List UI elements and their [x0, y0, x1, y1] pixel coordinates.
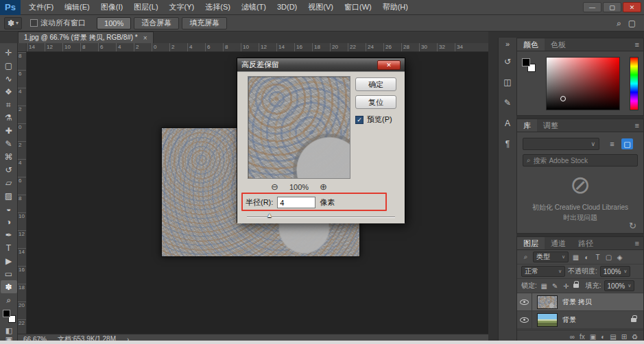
radius-slider-thumb[interactable]: ▲: [266, 211, 273, 219]
dialog-close-button[interactable]: ✕: [377, 60, 401, 70]
spot-healing-brush-tool[interactable]: ✚: [1, 124, 17, 137]
close-button[interactable]: ✕: [623, 2, 641, 12]
color-field-marker[interactable]: [560, 96, 566, 101]
menu-help[interactable]: 帮助(H): [377, 0, 414, 14]
zoom-tool[interactable]: ⌕: [1, 293, 17, 306]
radius-input[interactable]: [277, 197, 315, 208]
menu-edit[interactable]: 编辑(E): [59, 0, 95, 14]
tool-preset-picker[interactable]: ✽ ▾: [4, 17, 22, 29]
eraser-tool[interactable]: ▱: [1, 176, 17, 189]
blend-mode-select[interactable]: 正常 ∨: [521, 266, 565, 277]
scroll-all-windows-checkbox[interactable]: [30, 19, 38, 27]
workspace-icon[interactable]: ▢: [628, 19, 636, 28]
adjustment-layer-icon[interactable]: ◐: [601, 333, 605, 341]
filter-adjustment-layers-icon[interactable]: ◐: [582, 254, 591, 261]
type-tool[interactable]: T: [1, 241, 17, 254]
reset-button[interactable]: 复位: [355, 95, 396, 109]
lock-paint-icon[interactable]: ✎: [551, 282, 560, 290]
ok-button[interactable]: 确定: [355, 77, 396, 91]
tab-color[interactable]: 颜色: [517, 38, 545, 51]
menu-image[interactable]: 图像(I): [95, 0, 128, 14]
brush-settings-panel-icon[interactable]: ✎: [501, 97, 514, 109]
grid-view-icon[interactable]: ▢: [621, 138, 633, 149]
dodge-tool[interactable]: ◑: [1, 215, 17, 228]
layer-row-background[interactable]: 背景: [517, 311, 643, 329]
dialog-title-bar[interactable]: 高反差保留 ✕: [237, 58, 405, 71]
lock-all-icon[interactable]: [573, 284, 579, 288]
layer-thumbnail[interactable]: [537, 313, 558, 327]
opacity-select[interactable]: 100% ∨: [600, 266, 631, 277]
foreground-background-colors[interactable]: [3, 310, 16, 323]
new-layer-icon[interactable]: ⊞: [621, 333, 627, 341]
quick-selection-tool[interactable]: ❖: [1, 85, 17, 98]
panel-menu-icon[interactable]: ≡: [631, 119, 643, 132]
pen-tool[interactable]: ✒: [1, 228, 17, 241]
menu-view[interactable]: 视图(V): [302, 0, 339, 14]
move-tool[interactable]: ✛: [1, 46, 17, 59]
menu-layer[interactable]: 图层(L): [128, 0, 163, 14]
gradient-tool[interactable]: ▨: [1, 189, 17, 202]
vertical-ruler[interactable]: 86420246810121416182022: [18, 52, 27, 334]
history-brush-tool[interactable]: ↺: [1, 163, 17, 176]
minimize-button[interactable]: —: [583, 2, 601, 12]
menu-3d[interactable]: 3D(D): [272, 0, 302, 14]
lock-transparency-icon[interactable]: ▦: [540, 282, 549, 290]
foreground-color-swatch[interactable]: [3, 310, 10, 317]
tab-libraries[interactable]: 库: [517, 119, 537, 132]
refresh-icon[interactable]: ↻: [629, 221, 636, 231]
filter-pixel-layers-icon[interactable]: ▦: [571, 254, 580, 261]
eyedropper-tool[interactable]: ⚗: [1, 111, 17, 124]
character-panel-icon[interactable]: A: [501, 117, 514, 130]
menu-filter[interactable]: 滤镜(T): [236, 0, 272, 14]
layer-style-icon[interactable]: fx: [580, 333, 585, 341]
blur-tool[interactable]: ◒: [1, 202, 17, 215]
visibility-toggle[interactable]: [517, 311, 532, 328]
tab-close-icon[interactable]: ×: [143, 34, 147, 42]
foreground-background-colors[interactable]: [522, 58, 536, 72]
filter-type-layers-icon[interactable]: T: [593, 254, 602, 261]
document-tab[interactable]: 1.jpg @ 66.7% (背景 拷贝, RGB/8#) * ×: [18, 32, 154, 43]
crop-tool[interactable]: ⌗: [1, 98, 17, 111]
lasso-tool[interactable]: ∿: [1, 72, 17, 85]
hue-slider[interactable]: [630, 57, 639, 110]
tab-channels[interactable]: 通道: [545, 237, 572, 249]
new-group-icon[interactable]: ▤: [610, 333, 616, 341]
library-select[interactable]: ∨: [523, 138, 599, 150]
list-view-icon[interactable]: ≡: [606, 138, 618, 149]
link-layers-icon[interactable]: ∞: [570, 333, 575, 341]
rectangular-marquee-tool[interactable]: ▢: [1, 59, 17, 72]
menu-file[interactable]: 文件(F): [23, 0, 59, 14]
history-panel-icon[interactable]: ↺: [501, 56, 514, 68]
filter-preview-image[interactable]: [248, 76, 350, 179]
delete-layer-icon[interactable]: ♻: [632, 333, 638, 341]
filter-type-select[interactable]: 类型 ∨: [533, 251, 569, 262]
layer-row-background-copy[interactable]: 背景 拷贝: [517, 293, 643, 311]
layer-thumbnail[interactable]: [537, 295, 558, 309]
clone-stamp-tool[interactable]: ⌘: [1, 150, 17, 163]
filter-smart-objects-icon[interactable]: ◈: [615, 254, 624, 261]
horizontal-ruler[interactable]: 1412108642024681012141618202224262830323…: [27, 43, 488, 52]
foreground-color-swatch[interactable]: [522, 58, 530, 66]
lock-move-icon[interactable]: ✛: [562, 282, 571, 290]
search-icon[interactable]: ⌕: [617, 19, 621, 28]
tab-layers[interactable]: 图层: [517, 237, 545, 249]
properties-panel-icon[interactable]: ◫: [501, 76, 514, 88]
path-selection-tool[interactable]: ▶: [1, 254, 17, 267]
visibility-toggle[interactable]: [517, 293, 532, 310]
brush-tool[interactable]: ✎: [1, 137, 17, 150]
panel-menu-icon[interactable]: ≡: [631, 38, 643, 51]
tab-adjustments[interactable]: 调整: [537, 119, 564, 132]
rectangle-tool[interactable]: ▭: [1, 267, 17, 280]
menu-window[interactable]: 窗口(W): [339, 0, 377, 14]
zoom-out-icon[interactable]: ⊖: [271, 182, 278, 192]
panel-menu-icon[interactable]: ≡: [631, 237, 643, 249]
expand-panels-icon[interactable]: »: [499, 38, 516, 50]
preview-checkbox[interactable]: [355, 116, 363, 124]
hand-tool[interactable]: ✽: [1, 280, 17, 293]
filter-shape-layers-icon[interactable]: ▢: [604, 254, 613, 261]
menu-type[interactable]: 文字(Y): [164, 0, 200, 14]
stock-search-input[interactable]: [534, 157, 616, 164]
fill-screen-button[interactable]: 填充屏幕: [182, 17, 227, 29]
zoom-in-icon[interactable]: ⊕: [320, 182, 327, 192]
menu-select[interactable]: 选择(S): [200, 0, 236, 14]
